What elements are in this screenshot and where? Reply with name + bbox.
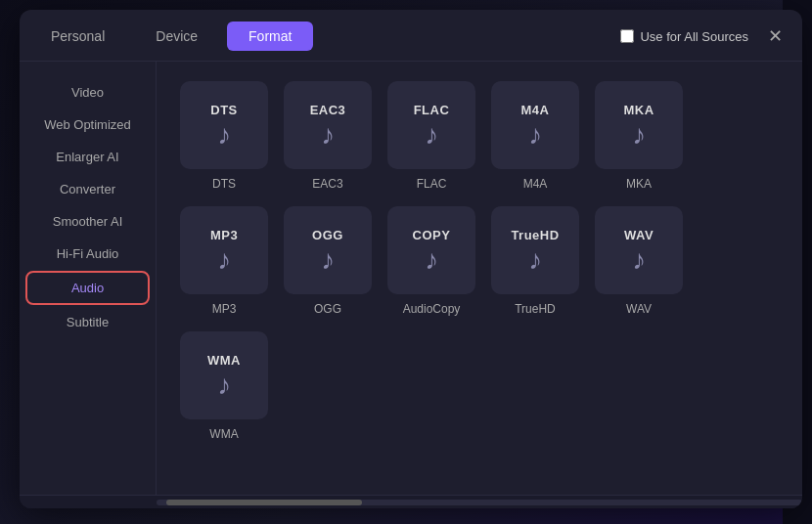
music-note-icon-mka: ♪ xyxy=(632,121,646,149)
sidebar-item-audio[interactable]: Audio xyxy=(25,271,150,305)
format-item-eac3[interactable]: EAC3♪EAC3 xyxy=(284,81,372,191)
format-item-mp3[interactable]: MP3♪MP3 xyxy=(180,206,268,316)
format-tile-truehd: TrueHD♪ xyxy=(491,206,579,294)
music-note-icon-wav: ♪ xyxy=(632,246,646,274)
sidebar-item-hi-fi-audio[interactable]: Hi-Fi Audio xyxy=(25,239,150,269)
close-button[interactable]: ✕ xyxy=(768,27,783,45)
format-name-audiocopy: AudioCopy xyxy=(403,302,461,316)
format-tile-dts: DTS♪ xyxy=(180,81,268,169)
format-label-top-ogg: OGG xyxy=(312,228,343,242)
format-tile-wav: WAV♪ xyxy=(595,206,683,294)
format-name-truehd: TrueHD xyxy=(515,302,556,316)
format-grid: DTS♪DTSEAC3♪EAC3FLAC♪FLACM4A♪M4AMKA♪MKAM… xyxy=(180,81,779,441)
format-modal: Personal Device Format Use for All Sourc… xyxy=(20,10,802,508)
format-name-wav: WAV xyxy=(626,302,652,316)
format-label-top-mp3: MP3 xyxy=(210,228,238,242)
format-name-mka: MKA xyxy=(626,177,652,191)
sidebar-item-video[interactable]: Video xyxy=(25,77,150,108)
tab-format[interactable]: Format xyxy=(227,22,313,51)
format-item-flac[interactable]: FLAC♪FLAC xyxy=(387,81,475,191)
format-label-top-truehd: TrueHD xyxy=(511,228,559,242)
format-content: DTS♪DTSEAC3♪EAC3FLAC♪FLACM4A♪M4AMKA♪MKAM… xyxy=(157,62,802,495)
sidebar-item-enlarger-ai[interactable]: Enlarger AI xyxy=(25,142,150,172)
format-label-top-eac3: EAC3 xyxy=(310,103,346,117)
scroll-track xyxy=(157,500,802,505)
music-note-icon-wma: ♪ xyxy=(217,371,231,399)
use-all-sources-checkbox[interactable] xyxy=(620,29,634,43)
music-note-icon-flac: ♪ xyxy=(425,121,438,149)
format-tile-mp3: MP3♪ xyxy=(180,206,268,294)
format-item-wav[interactable]: WAV♪WAV xyxy=(595,206,683,316)
format-label-top-dts: DTS xyxy=(210,103,238,117)
music-note-icon-audiocopy: ♪ xyxy=(425,246,438,274)
format-label-top-audiocopy: COPY xyxy=(413,228,451,242)
music-note-icon-m4a: ♪ xyxy=(528,121,542,149)
format-item-mka[interactable]: MKA♪MKA xyxy=(595,81,683,191)
use-all-sources-label[interactable]: Use for All Sources xyxy=(620,29,748,44)
format-tile-audiocopy: COPY♪ xyxy=(387,206,475,294)
tab-personal[interactable]: Personal xyxy=(29,22,126,51)
format-item-dts[interactable]: DTS♪DTS xyxy=(180,81,268,191)
format-item-audiocopy[interactable]: COPY♪AudioCopy xyxy=(387,206,475,316)
tab-device[interactable]: Device xyxy=(134,22,219,51)
format-name-mp3: MP3 xyxy=(212,302,237,316)
format-tile-eac3: EAC3♪ xyxy=(284,81,372,169)
format-name-ogg: OGG xyxy=(314,302,341,316)
format-label-top-mka: MKA xyxy=(623,103,654,117)
modal-header: Personal Device Format Use for All Sourc… xyxy=(20,10,802,62)
music-note-icon-truehd: ♪ xyxy=(528,246,542,274)
sidebar-item-subtitle[interactable]: Subtitle xyxy=(25,307,150,337)
format-name-dts: DTS xyxy=(212,177,236,191)
format-label-top-flac: FLAC xyxy=(414,103,450,117)
sidebar-item-smoother-ai[interactable]: Smoother AI xyxy=(25,206,150,237)
format-label-top-m4a: M4A xyxy=(521,103,550,117)
format-tile-flac: FLAC♪ xyxy=(387,81,475,169)
sidebar: Video Web Optimized Enlarger AI Converte… xyxy=(20,62,157,495)
format-label-top-wma: WMA xyxy=(207,353,241,368)
format-name-m4a: M4A xyxy=(523,177,548,191)
use-all-sources-text: Use for All Sources xyxy=(640,29,748,44)
format-name-wma: WMA xyxy=(209,427,238,441)
bottom-scrollbar-bar xyxy=(20,495,802,508)
scroll-thumb[interactable] xyxy=(166,500,362,505)
format-name-flac: FLAC xyxy=(417,177,447,191)
format-item-wma[interactable]: WMA♪WMA xyxy=(180,331,268,441)
format-tile-mka: MKA♪ xyxy=(595,81,683,169)
format-tile-wma: WMA♪ xyxy=(180,331,268,419)
format-name-eac3: EAC3 xyxy=(312,177,342,191)
format-tile-ogg: OGG♪ xyxy=(284,206,372,294)
modal-body: Video Web Optimized Enlarger AI Converte… xyxy=(20,62,802,495)
format-item-m4a[interactable]: M4A♪M4A xyxy=(491,81,579,191)
music-note-icon-dts: ♪ xyxy=(217,121,231,149)
format-item-truehd[interactable]: TrueHD♪TrueHD xyxy=(491,206,579,316)
music-note-icon-mp3: ♪ xyxy=(217,246,231,274)
format-tile-m4a: M4A♪ xyxy=(491,81,579,169)
format-item-ogg[interactable]: OGG♪OGG xyxy=(284,206,372,316)
format-label-top-wav: WAV xyxy=(624,228,654,242)
sidebar-item-converter[interactable]: Converter xyxy=(25,174,150,204)
music-note-icon-eac3: ♪ xyxy=(321,121,335,149)
sidebar-item-web-optimized[interactable]: Web Optimized xyxy=(25,109,150,140)
music-note-icon-ogg: ♪ xyxy=(321,246,335,274)
